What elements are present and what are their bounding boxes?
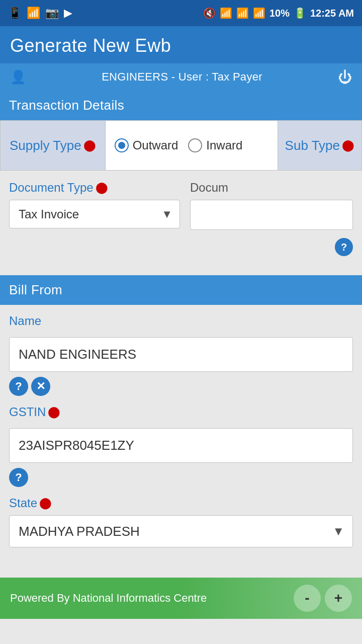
page-title: Generate New Ewb xyxy=(10,35,352,56)
document-type-row: Document Type ⬤ Tax Invoice Delivery Cha… xyxy=(0,171,362,261)
gstin-field-label: GSTIN ⬤ xyxy=(9,405,353,419)
document-num-group: Docum ? xyxy=(190,181,353,256)
zoom-in-button[interactable]: + xyxy=(325,585,352,612)
zoom-controls: - + xyxy=(294,585,352,612)
document-type-select-wrapper[interactable]: Tax Invoice Delivery Challan Credit Note… xyxy=(9,200,180,228)
status-icons-left: 📱 📶 📷 ▶ xyxy=(8,7,72,20)
gstin-field-group: GSTIN ⬤ xyxy=(0,396,362,463)
nfc-icon: 📶 xyxy=(27,7,40,20)
name-field-label: Name xyxy=(9,314,353,328)
signal-icon: 📶 xyxy=(253,7,265,19)
sub-type-cell: Sub Type ⬤ xyxy=(278,121,361,170)
gstin-help-icon[interactable]: ? xyxy=(9,468,28,487)
battery-icon: 🔋 xyxy=(294,7,306,19)
bottom-bar: Powered By National Informatics Centre -… xyxy=(0,578,362,619)
document-type-label: Document Type ⬤ xyxy=(9,181,180,195)
transaction-details-section: Transaction Details Supply Type ⬤ Outwar… xyxy=(0,91,362,261)
document-num-input[interactable] xyxy=(190,200,353,230)
transaction-details-label: Transaction Details xyxy=(9,98,124,113)
supply-radio-cell: Outward Inward xyxy=(106,121,278,170)
zoom-out-button[interactable]: - xyxy=(294,585,321,612)
document-type-group: Document Type ⬤ Tax Invoice Delivery Cha… xyxy=(9,181,180,228)
gstin-input[interactable] xyxy=(9,428,353,463)
name-icons-row: ? ✕ xyxy=(0,372,362,396)
battery-level: 10% xyxy=(269,8,290,19)
user-info: ENGINEERS - User : Tax Payer xyxy=(26,70,338,84)
outward-option[interactable]: Outward xyxy=(115,138,178,152)
sim-icon: 📱 xyxy=(8,7,22,20)
image-icon: 📷 xyxy=(45,7,59,20)
name-field-group: Name xyxy=(0,305,362,372)
play-icon: ▶ xyxy=(64,7,72,20)
gstin-icons-row: ? xyxy=(0,463,362,487)
name-help-icon[interactable]: ? xyxy=(9,377,28,396)
bluetooth-icon: 📶 xyxy=(220,7,232,19)
time-display: 12:25 AM xyxy=(310,8,354,19)
wifi-icon: 📶 xyxy=(236,7,249,19)
document-num-label: Docum xyxy=(190,181,353,195)
state-field-group: State ⬤ MADHYA PRADESH MAHARASHTRA DELHI… xyxy=(0,487,362,547)
transaction-details-header: Transaction Details xyxy=(0,91,362,120)
sub-header: 👤 ENGINEERS - User : Tax Payer ⏻ xyxy=(0,63,362,91)
mute-icon: 🔇 xyxy=(203,7,216,19)
supply-type-required: ⬤ xyxy=(83,139,96,152)
status-bar: 📱 📶 📷 ▶ 🔇 📶 📶 📶 10% 🔋 12:25 AM xyxy=(0,0,362,26)
inward-radio[interactable] xyxy=(188,138,202,152)
outward-radio[interactable] xyxy=(115,138,129,152)
gstin-required: ⬤ xyxy=(48,406,60,419)
bill-from-section: Bill From Name ? ✕ GSTIN ⬤ ? State ⬤ MAD… xyxy=(0,275,362,578)
name-clear-icon[interactable]: ✕ xyxy=(31,377,50,396)
power-icon[interactable]: ⏻ xyxy=(338,69,352,86)
state-field-label: State ⬤ xyxy=(9,496,353,510)
state-select[interactable]: MADHYA PRADESH MAHARASHTRA DELHI GUJARAT… xyxy=(10,516,352,547)
state-required: ⬤ xyxy=(39,497,52,510)
state-select-wrapper[interactable]: MADHYA PRADESH MAHARASHTRA DELHI GUJARAT… xyxy=(9,515,353,547)
document-type-required: ⬤ xyxy=(96,181,108,194)
status-right: 🔇 📶 📶 📶 10% 🔋 12:25 AM xyxy=(203,7,354,19)
supply-type-label: Supply Type xyxy=(10,138,81,153)
inward-label: Inward xyxy=(206,138,242,152)
bill-from-header: Bill From xyxy=(0,275,362,305)
bill-from-label: Bill From xyxy=(9,282,62,297)
document-type-select[interactable]: Tax Invoice Delivery Challan Credit Note… xyxy=(10,200,179,228)
sub-type-label: Sub Type xyxy=(285,138,340,153)
inward-option[interactable]: Inward xyxy=(188,138,242,152)
document-num-help-icon[interactable]: ? xyxy=(335,238,353,256)
supply-type-row: Supply Type ⬤ Outward Inward Sub Type ⬤ xyxy=(0,120,362,171)
supply-type-cell: Supply Type ⬤ xyxy=(1,121,106,170)
profile-icon: 👤 xyxy=(10,69,26,85)
app-header: Generate New Ewb xyxy=(0,26,362,63)
powered-by-text: Powered By National Informatics Centre xyxy=(10,592,207,605)
name-input[interactable] xyxy=(9,337,353,372)
outward-label: Outward xyxy=(133,138,178,152)
sub-type-required: ⬤ xyxy=(342,139,354,152)
